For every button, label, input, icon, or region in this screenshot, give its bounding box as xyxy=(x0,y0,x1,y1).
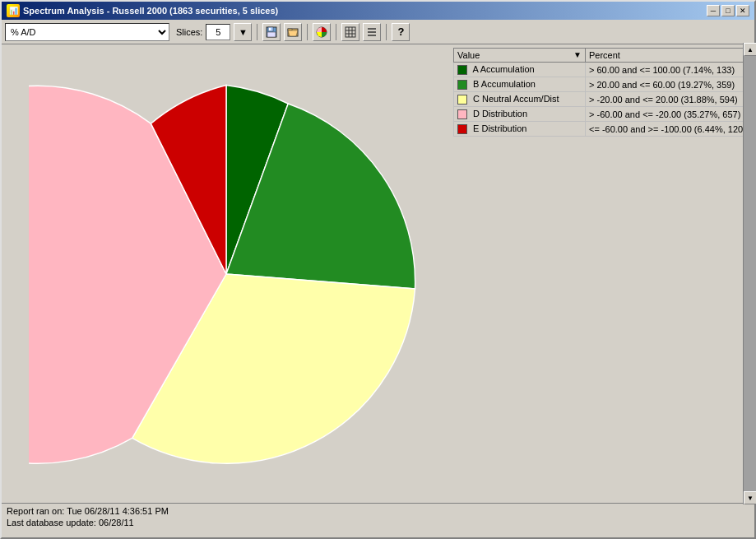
minimize-button[interactable]: ─ xyxy=(707,5,720,16)
status-line2: Last database update: 06/28/11 xyxy=(7,518,749,527)
legend-category: A Accumulation xyxy=(472,64,534,74)
legend-range: > 20.00 and <= 60.00 (19.27%, 359) xyxy=(586,77,751,92)
legend-label: A Accumulation xyxy=(454,63,586,77)
legend-range: > 60.00 and <= 100.00 (7.14%, 133) xyxy=(586,63,751,77)
legend-category: B Accumulation xyxy=(473,79,536,89)
legend-row: C Neutral Accum/Dist > -20.00 and <= 20.… xyxy=(454,92,751,107)
svg-rect-3 xyxy=(269,28,271,30)
title-buttons: ─ □ ✕ xyxy=(707,5,749,16)
legend-container: Value ▼ Percent A Accumulation > 60.00 a xyxy=(450,44,754,503)
legend-label: C Neutral Accum/Dist xyxy=(454,92,586,107)
app-icon: 📊 xyxy=(7,4,20,17)
status-line1: Report ran on: Tue 06/28/11 4:36:51 PM xyxy=(7,506,749,516)
legend-table: Value ▼ Percent A Accumulation > 60.00 a xyxy=(453,48,751,137)
scroll-track xyxy=(744,56,754,491)
window-title: Spectrum Analysis - Russell 2000 (1863 s… xyxy=(23,6,278,16)
legend-row: E Distribution <= -60.00 and >= -100.00 … xyxy=(454,122,751,137)
toolbar: % A/D Slices: ▼ xyxy=(2,20,754,44)
vertical-scrollbar[interactable]: ▲ ▼ xyxy=(743,44,754,503)
separator-4 xyxy=(386,24,387,40)
legend-category: D Distribution xyxy=(473,109,527,118)
legend-range: > -60.00 and <= -20.00 (35.27%, 657) xyxy=(586,107,751,122)
pie-chart xyxy=(29,77,424,472)
legend-row: B Accumulation > 20.00 and <= 60.00 (19.… xyxy=(454,77,751,92)
slices-down-button[interactable]: ▼ xyxy=(234,23,252,41)
scroll-down-button[interactable]: ▼ xyxy=(744,491,754,503)
pie-chart-button[interactable] xyxy=(313,23,331,41)
separator-3 xyxy=(336,24,336,40)
legend-range: <= -60.00 and >= -100.00 (6.44%, 120) xyxy=(586,122,751,137)
legend-row: A Accumulation > 60.00 and <= 100.00 (7.… xyxy=(454,63,751,77)
slices-input[interactable] xyxy=(206,24,230,40)
legend-label: D Distribution xyxy=(454,107,586,122)
legend-area: Value ▼ Percent A Accumulation > 60.00 a xyxy=(450,44,754,503)
col-value-header: Value ▼ xyxy=(454,49,586,63)
title-bar: 📊 Spectrum Analysis - Russell 2000 (1863… xyxy=(2,2,754,20)
col-percent-header: Percent xyxy=(586,49,751,63)
list-button[interactable] xyxy=(363,23,381,41)
chart-container xyxy=(2,44,450,503)
open-button[interactable] xyxy=(284,23,302,41)
legend-row: D Distribution > -60.00 and <= -20.00 (3… xyxy=(454,107,751,122)
status-bar: Report ran on: Tue 06/28/11 4:36:51 PM L… xyxy=(2,503,754,537)
separator-2 xyxy=(307,24,308,40)
maximize-button[interactable]: □ xyxy=(721,5,735,16)
legend-category: C Neutral Accum/Dist xyxy=(473,94,559,104)
svg-rect-2 xyxy=(267,32,276,37)
close-button[interactable]: ✕ xyxy=(736,5,749,16)
separator-1 xyxy=(257,24,257,40)
grid-button[interactable] xyxy=(341,23,359,41)
title-bar-left: 📊 Spectrum Analysis - Russell 2000 (1863… xyxy=(7,4,278,17)
scroll-up-button[interactable]: ▲ xyxy=(744,44,754,56)
save-button[interactable] xyxy=(262,23,281,41)
help-button[interactable]: ? xyxy=(392,23,410,41)
indicator-select[interactable]: % A/D xyxy=(5,23,169,41)
legend-label: E Distribution xyxy=(454,122,586,137)
chart-panel: Value ▼ Percent A Accumulation > 60.00 a xyxy=(2,44,754,503)
legend-category: E Distribution xyxy=(473,123,526,133)
slices-label: Slices: xyxy=(176,27,202,37)
main-window: 📊 Spectrum Analysis - Russell 2000 (1863… xyxy=(0,0,756,539)
legend-label: B Accumulation xyxy=(454,77,586,92)
legend-range: > -20.00 and <= 20.00 (31.88%, 594) xyxy=(586,92,751,107)
svg-rect-7 xyxy=(346,27,355,37)
svg-rect-5 xyxy=(288,29,292,30)
